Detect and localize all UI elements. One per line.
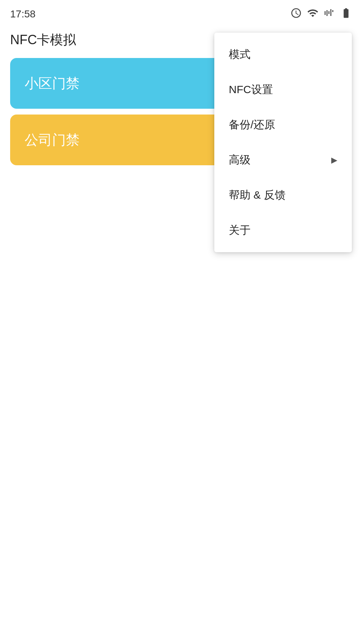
- menu-item-backup[interactable]: 备份/还原: [214, 107, 352, 142]
- menu-item-help[interactable]: 帮助 & 反馈: [214, 178, 352, 213]
- dropdown-menu: 模式 NFC设置 备份/还原 高级 ▶ 帮助 & 反馈 关于: [214, 33, 352, 252]
- menu-item-advanced-label: 高级: [229, 153, 251, 167]
- menu-item-help-label: 帮助 & 反馈: [229, 188, 286, 203]
- menu-item-mode[interactable]: 模式: [214, 37, 352, 72]
- chevron-right-icon: ▶: [331, 155, 337, 165]
- menu-item-about-label: 关于: [229, 223, 251, 238]
- menu-item-nfc-settings-label: NFC设置: [229, 82, 273, 97]
- menu-item-backup-label: 备份/还原: [229, 117, 275, 132]
- menu-item-mode-label: 模式: [229, 47, 251, 62]
- menu-item-advanced[interactable]: 高级 ▶: [214, 142, 352, 178]
- menu-item-about[interactable]: 关于: [214, 213, 352, 248]
- menu-item-nfc-settings[interactable]: NFC设置: [214, 72, 352, 107]
